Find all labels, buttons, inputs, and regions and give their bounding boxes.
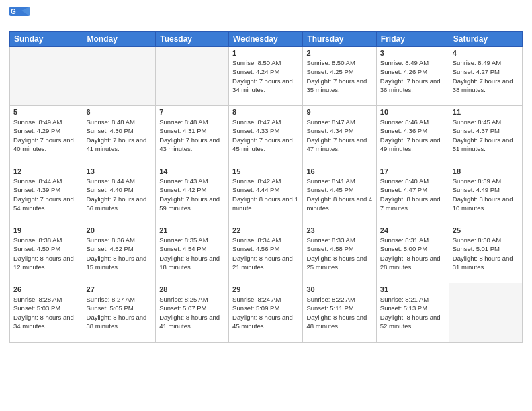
day-cell: 7Sunrise: 8:48 AMSunset: 4:31 PMDaylight… bbox=[156, 106, 229, 165]
day-number: 8 bbox=[232, 108, 299, 116]
weekday-header-thursday: Thursday bbox=[303, 32, 376, 47]
svg-text:G: G bbox=[11, 8, 16, 15]
day-number: 16 bbox=[306, 167, 372, 175]
weekday-header-row: SundayMondayTuesdayWednesdayThursdayFrid… bbox=[10, 32, 523, 47]
day-cell: 6Sunrise: 8:48 AMSunset: 4:30 PMDaylight… bbox=[83, 106, 156, 165]
day-info: Sunrise: 8:45 AMSunset: 4:37 PMDaylight:… bbox=[453, 118, 519, 153]
day-cell: 28Sunrise: 8:25 AMSunset: 5:07 PMDayligh… bbox=[156, 283, 229, 342]
calendar: SundayMondayTuesdayWednesdayThursdayFrid… bbox=[9, 31, 523, 342]
day-cell: 19Sunrise: 8:38 AMSunset: 4:50 PMDayligh… bbox=[10, 224, 83, 283]
day-cell: 27Sunrise: 8:27 AMSunset: 5:05 PMDayligh… bbox=[83, 283, 156, 342]
day-number: 14 bbox=[159, 167, 225, 175]
day-cell: 16Sunrise: 8:41 AMSunset: 4:45 PMDayligh… bbox=[303, 165, 376, 224]
day-number: 22 bbox=[232, 226, 299, 234]
day-info: Sunrise: 8:28 AMSunset: 5:03 PMDaylight:… bbox=[13, 295, 79, 330]
day-number: 19 bbox=[13, 226, 79, 234]
day-number: 27 bbox=[87, 285, 152, 293]
day-number: 26 bbox=[13, 285, 79, 293]
day-info: Sunrise: 8:38 AMSunset: 4:50 PMDaylight:… bbox=[13, 236, 79, 271]
day-number: 17 bbox=[380, 167, 445, 175]
day-info: Sunrise: 8:24 AMSunset: 5:09 PMDaylight:… bbox=[232, 295, 299, 330]
day-info: Sunrise: 8:47 AMSunset: 4:34 PMDaylight:… bbox=[306, 118, 372, 153]
day-cell bbox=[83, 47, 156, 106]
day-cell: 14Sunrise: 8:43 AMSunset: 4:42 PMDayligh… bbox=[156, 165, 229, 224]
day-number: 23 bbox=[306, 226, 372, 234]
week-row-2: 5Sunrise: 8:49 AMSunset: 4:29 PMDaylight… bbox=[10, 106, 523, 165]
day-cell: 12Sunrise: 8:44 AMSunset: 4:39 PMDayligh… bbox=[10, 165, 83, 224]
day-number: 11 bbox=[453, 108, 519, 116]
day-number: 7 bbox=[159, 108, 225, 116]
day-number: 20 bbox=[87, 226, 152, 234]
day-info: Sunrise: 8:34 AMSunset: 4:56 PMDaylight:… bbox=[232, 236, 299, 271]
day-info: Sunrise: 8:50 AMSunset: 4:24 PMDaylight:… bbox=[232, 58, 299, 94]
day-cell bbox=[156, 47, 229, 106]
day-info: Sunrise: 8:44 AMSunset: 4:40 PMDaylight:… bbox=[87, 177, 152, 212]
day-cell: 15Sunrise: 8:42 AMSunset: 4:44 PMDayligh… bbox=[229, 165, 303, 224]
day-number: 24 bbox=[380, 226, 445, 234]
weekday-header-monday: Monday bbox=[83, 32, 156, 47]
day-info: Sunrise: 8:49 AMSunset: 4:29 PMDaylight:… bbox=[13, 118, 79, 153]
day-info: Sunrise: 8:35 AMSunset: 4:54 PMDaylight:… bbox=[159, 236, 225, 271]
day-cell: 2Sunrise: 8:50 AMSunset: 4:25 PMDaylight… bbox=[303, 47, 376, 106]
day-info: Sunrise: 8:48 AMSunset: 4:31 PMDaylight:… bbox=[159, 118, 225, 153]
day-info: Sunrise: 8:39 AMSunset: 4:49 PMDaylight:… bbox=[453, 177, 519, 212]
day-info: Sunrise: 8:44 AMSunset: 4:39 PMDaylight:… bbox=[13, 177, 79, 212]
day-number: 31 bbox=[380, 285, 445, 293]
week-row-5: 26Sunrise: 8:28 AMSunset: 5:03 PMDayligh… bbox=[10, 283, 523, 342]
day-cell: 5Sunrise: 8:49 AMSunset: 4:29 PMDaylight… bbox=[10, 106, 83, 165]
day-cell: 1Sunrise: 8:50 AMSunset: 4:24 PMDaylight… bbox=[229, 47, 303, 106]
day-cell: 21Sunrise: 8:35 AMSunset: 4:54 PMDayligh… bbox=[156, 224, 229, 283]
day-info: Sunrise: 8:47 AMSunset: 4:33 PMDaylight:… bbox=[232, 118, 299, 153]
day-number: 25 bbox=[453, 226, 519, 234]
day-number: 13 bbox=[87, 167, 152, 175]
day-info: Sunrise: 8:41 AMSunset: 4:45 PMDaylight:… bbox=[306, 177, 372, 212]
day-cell: 11Sunrise: 8:45 AMSunset: 4:37 PMDayligh… bbox=[449, 106, 522, 165]
day-cell: 31Sunrise: 8:21 AMSunset: 5:13 PMDayligh… bbox=[376, 283, 449, 342]
header: G bbox=[9, 7, 523, 26]
day-number: 28 bbox=[159, 285, 225, 293]
day-info: Sunrise: 8:42 AMSunset: 4:44 PMDaylight:… bbox=[232, 177, 299, 212]
day-number: 9 bbox=[306, 108, 372, 116]
day-info: Sunrise: 8:50 AMSunset: 4:25 PMDaylight:… bbox=[306, 58, 372, 94]
day-info: Sunrise: 8:31 AMSunset: 5:00 PMDaylight:… bbox=[380, 236, 445, 271]
day-number: 4 bbox=[453, 49, 519, 57]
day-info: Sunrise: 8:33 AMSunset: 4:58 PMDaylight:… bbox=[306, 236, 372, 271]
day-info: Sunrise: 8:30 AMSunset: 5:01 PMDaylight:… bbox=[453, 236, 519, 271]
day-cell: 3Sunrise: 8:49 AMSunset: 4:26 PMDaylight… bbox=[376, 47, 449, 106]
logo-icon: G bbox=[9, 7, 30, 26]
day-number: 5 bbox=[13, 108, 79, 116]
day-cell: 22Sunrise: 8:34 AMSunset: 4:56 PMDayligh… bbox=[229, 224, 303, 283]
day-cell bbox=[10, 47, 83, 106]
day-cell: 8Sunrise: 8:47 AMSunset: 4:33 PMDaylight… bbox=[229, 106, 303, 165]
day-number: 29 bbox=[232, 285, 299, 293]
day-number: 1 bbox=[232, 49, 299, 57]
day-number: 3 bbox=[380, 49, 445, 57]
day-cell: 24Sunrise: 8:31 AMSunset: 5:00 PMDayligh… bbox=[376, 224, 449, 283]
day-cell: 25Sunrise: 8:30 AMSunset: 5:01 PMDayligh… bbox=[449, 224, 522, 283]
day-info: Sunrise: 8:25 AMSunset: 5:07 PMDaylight:… bbox=[159, 295, 225, 330]
day-info: Sunrise: 8:49 AMSunset: 4:27 PMDaylight:… bbox=[453, 58, 519, 94]
day-info: Sunrise: 8:21 AMSunset: 5:13 PMDaylight:… bbox=[380, 295, 445, 330]
day-cell: 26Sunrise: 8:28 AMSunset: 5:03 PMDayligh… bbox=[10, 283, 83, 342]
day-cell: 4Sunrise: 8:49 AMSunset: 4:27 PMDaylight… bbox=[449, 47, 522, 106]
day-cell: 23Sunrise: 8:33 AMSunset: 4:58 PMDayligh… bbox=[303, 224, 376, 283]
day-info: Sunrise: 8:48 AMSunset: 4:30 PMDaylight:… bbox=[87, 118, 152, 153]
day-info: Sunrise: 8:49 AMSunset: 4:26 PMDaylight:… bbox=[380, 58, 445, 94]
day-info: Sunrise: 8:27 AMSunset: 5:05 PMDaylight:… bbox=[87, 295, 152, 330]
page: G SundayMondayTuesdayWednesdayThursdayFr… bbox=[0, 0, 532, 411]
weekday-header-sunday: Sunday bbox=[10, 32, 83, 47]
day-info: Sunrise: 8:46 AMSunset: 4:36 PMDaylight:… bbox=[380, 118, 445, 153]
day-number: 18 bbox=[453, 167, 519, 175]
day-number: 30 bbox=[306, 285, 372, 293]
day-info: Sunrise: 8:36 AMSunset: 4:52 PMDaylight:… bbox=[87, 236, 152, 271]
week-row-3: 12Sunrise: 8:44 AMSunset: 4:39 PMDayligh… bbox=[10, 165, 523, 224]
day-number: 10 bbox=[380, 108, 445, 116]
day-cell: 9Sunrise: 8:47 AMSunset: 4:34 PMDaylight… bbox=[303, 106, 376, 165]
day-cell: 13Sunrise: 8:44 AMSunset: 4:40 PMDayligh… bbox=[83, 165, 156, 224]
day-cell: 29Sunrise: 8:24 AMSunset: 5:09 PMDayligh… bbox=[229, 283, 303, 342]
day-cell: 20Sunrise: 8:36 AMSunset: 4:52 PMDayligh… bbox=[83, 224, 156, 283]
weekday-header-wednesday: Wednesday bbox=[229, 32, 303, 47]
day-cell bbox=[449, 283, 522, 342]
weekday-header-friday: Friday bbox=[376, 32, 449, 47]
day-number: 12 bbox=[13, 167, 79, 175]
